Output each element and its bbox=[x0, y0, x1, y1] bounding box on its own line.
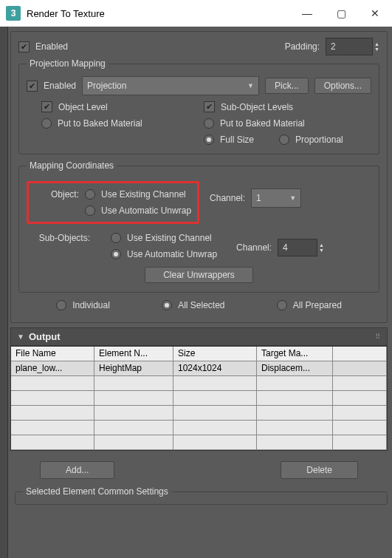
table-row-empty bbox=[11, 421, 387, 435]
channel4-spinner[interactable]: ▲▼ bbox=[278, 239, 324, 256]
individual-label: Individual bbox=[72, 300, 110, 310]
cell-spare bbox=[333, 361, 387, 376]
cell-file: plane_low... bbox=[11, 361, 94, 376]
channel1-dropdown[interactable]: 1 ▼ bbox=[251, 188, 301, 208]
put-baked-left-label: Put to Baked Material bbox=[58, 118, 142, 129]
collapse-triangle-icon: ▼ bbox=[17, 333, 24, 341]
channel4-input[interactable] bbox=[278, 239, 317, 256]
put-baked-right-radio[interactable] bbox=[204, 118, 214, 129]
table-row-empty bbox=[11, 391, 387, 406]
maximize-button[interactable]: ▢ bbox=[324, 0, 358, 27]
object-level-checkbox[interactable] bbox=[41, 101, 52, 112]
minimize-button[interactable]: — bbox=[290, 0, 324, 27]
obj-use-existing-label: Use Existing Channel bbox=[101, 189, 186, 200]
full-size-label: Full Size bbox=[220, 135, 254, 145]
projection-dropdown[interactable]: Projection ▼ bbox=[82, 76, 259, 95]
proportional-label: Proportional bbox=[295, 135, 343, 145]
obj-use-existing-radio[interactable] bbox=[85, 189, 95, 200]
app-logo-icon: 3 bbox=[6, 6, 21, 21]
proportional-radio[interactable] bbox=[279, 135, 289, 145]
table-header-row: File Name Element N... Size Target Ma... bbox=[11, 347, 387, 361]
obj-use-auto-label: Use Automatic Unwrap bbox=[101, 205, 191, 216]
spinner-arrows-icon[interactable]: ▲▼ bbox=[319, 239, 324, 256]
sub-object-levels-checkbox[interactable] bbox=[204, 101, 215, 112]
object-level-label: Object Level bbox=[58, 102, 108, 112]
channel1-value: 1 bbox=[256, 193, 261, 203]
window-title: Render To Texture bbox=[27, 8, 290, 19]
chevron-down-icon: ▼ bbox=[289, 194, 296, 202]
pick-button[interactable]: Pick... bbox=[265, 78, 309, 94]
object-label: Object: bbox=[35, 189, 79, 200]
subobj-use-auto-label: Use Automatic Unwrap bbox=[127, 249, 217, 259]
chevron-down-icon: ▼ bbox=[247, 82, 254, 89]
all-prepared-label: All Prepared bbox=[293, 300, 342, 310]
mapping-coordinates-title: Mapping Coordinates bbox=[27, 160, 117, 171]
output-section-header[interactable]: ▼ Output ⠿ bbox=[10, 327, 388, 346]
projection-mapping-title: Projection Mapping bbox=[27, 58, 109, 69]
enabled-label: Enabled bbox=[35, 41, 68, 52]
proj-enabled-checkbox[interactable] bbox=[27, 81, 38, 92]
channel1-label: Channel: bbox=[210, 193, 245, 203]
output-title: Output bbox=[29, 331, 61, 342]
grip-icon: ⠿ bbox=[375, 333, 381, 341]
put-baked-right-label: Put to Baked Material bbox=[220, 118, 305, 129]
all-prepared-radio[interactable] bbox=[277, 300, 287, 310]
title-bar: 3 Render To Texture — ▢ ✕ bbox=[0, 0, 392, 27]
col-element-name[interactable]: Element N... bbox=[94, 347, 173, 361]
add-button[interactable]: Add... bbox=[40, 461, 114, 479]
full-size-radio[interactable] bbox=[204, 135, 214, 145]
table-row-empty bbox=[11, 435, 387, 450]
highlight-box: Object: Use Existing Channel Use Automat… bbox=[27, 181, 199, 224]
close-button[interactable]: ✕ bbox=[358, 0, 392, 27]
projection-dropdown-value: Projection bbox=[87, 81, 126, 91]
proj-enabled-label: Enabled bbox=[44, 81, 76, 91]
subobj-label: Sub-Objects: bbox=[27, 233, 90, 243]
col-file-name[interactable]: File Name bbox=[11, 347, 94, 361]
cell-elem: HeightMap bbox=[94, 361, 173, 376]
col-size[interactable]: Size bbox=[173, 347, 257, 361]
col-spare bbox=[333, 347, 387, 361]
padding-input[interactable] bbox=[326, 38, 373, 55]
cell-size: 1024x1024 bbox=[173, 361, 257, 376]
table-row[interactable]: plane_low... HeightMap 1024x1024 Displac… bbox=[11, 361, 387, 376]
sub-object-levels-label: Sub-Object Levels bbox=[221, 102, 293, 112]
output-table: File Name Element N... Size Target Ma...… bbox=[10, 346, 388, 451]
obj-use-auto-radio[interactable] bbox=[85, 205, 95, 216]
options-button[interactable]: Options... bbox=[314, 78, 371, 94]
subobj-use-auto-radio[interactable] bbox=[111, 249, 121, 259]
selected-element-common-settings-title: Selected Element Common Settings bbox=[23, 486, 171, 497]
put-baked-left-radio[interactable] bbox=[41, 118, 52, 129]
all-selected-radio[interactable] bbox=[162, 300, 172, 310]
all-selected-label: All Selected bbox=[178, 300, 224, 310]
clear-unwrappers-button[interactable]: Clear Unwrappers bbox=[145, 267, 253, 283]
enabled-checkbox[interactable] bbox=[18, 41, 30, 52]
subobj-use-existing-radio[interactable] bbox=[111, 233, 121, 243]
spinner-arrows-icon[interactable]: ▲▼ bbox=[374, 38, 379, 55]
individual-radio[interactable] bbox=[56, 300, 66, 310]
cell-target: Displacem... bbox=[257, 361, 333, 376]
subobj-use-existing-label: Use Existing Channel bbox=[127, 233, 212, 243]
table-row-empty bbox=[11, 406, 387, 421]
col-target-map[interactable]: Target Ma... bbox=[257, 347, 333, 361]
padding-spinner[interactable]: ▲▼ bbox=[326, 38, 379, 55]
padding-label: Padding: bbox=[285, 41, 320, 52]
mapping-coordinates-group: Mapping Coordinates Object: Use Existing… bbox=[18, 160, 379, 293]
channel4-label: Channel: bbox=[236, 242, 272, 253]
projection-mapping-group: Projection Mapping Enabled Projection ▼ … bbox=[18, 58, 379, 154]
table-row-empty bbox=[11, 376, 387, 391]
left-dock-strip bbox=[0, 27, 8, 558]
delete-button[interactable]: Delete bbox=[281, 461, 358, 479]
